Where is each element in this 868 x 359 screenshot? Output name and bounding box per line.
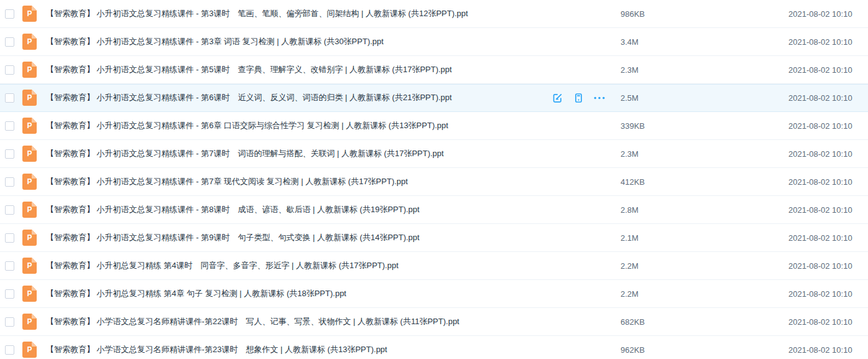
table-row[interactable]: P 【智索教育】 小升初语文总复习精练课件 - 第6章 口语交际与综合性学习 复…	[0, 112, 868, 140]
row-checkbox[interactable]	[5, 149, 14, 159]
row-checkbox[interactable]	[5, 233, 14, 243]
ppt-icon-fold	[32, 230, 37, 235]
file-name[interactable]: 【智索教育】 小升初语文总复习精练课件 - 第5课时 查字典、理解字义、改错别字…	[46, 64, 551, 75]
table-row[interactable]: P 【智索教育】 小升初语文总复习精练课件 - 第7章 现代文阅读 复习检测 |…	[0, 168, 868, 196]
edit-icon[interactable]	[551, 91, 563, 104]
file-name[interactable]: 【智索教育】 小升初语文总复习精练课件 - 第6章 口语交际与综合性学习 复习检…	[46, 120, 551, 131]
row-checkbox[interactable]	[5, 261, 14, 271]
table-row[interactable]: P 【智索教育】 小升初语文总复习精练课件 - 第5课时 查字典、理解字义、改错…	[0, 56, 868, 84]
file-name[interactable]: 【智索教育】 小升初语文总复习精练课件 - 第7课时 词语的理解与搭配、关联词 …	[46, 148, 551, 159]
ppt-icon-fold	[32, 286, 37, 291]
file-size: 986KB	[621, 9, 788, 19]
file-date: 2021-08-02 10:10	[788, 121, 851, 131]
table-row[interactable]: P 【智索教育】 小升初语文总复习精练课件 - 第3章 词语 复习检测 | 人教…	[0, 28, 868, 56]
ppt-icon-fold	[32, 34, 37, 39]
row-checkbox[interactable]	[5, 37, 14, 47]
row-checkbox[interactable]	[5, 289, 14, 299]
ppt-icon-fold	[32, 314, 37, 319]
table-row[interactable]: P 【智索教育】 小升初语文总复习精练课件 - 第3课时 笔画、笔顺、偏旁部首、…	[0, 0, 868, 28]
ppt-icon-letter: P	[27, 206, 32, 213]
file-size: 412KB	[621, 177, 788, 187]
ppt-icon-letter: P	[27, 122, 32, 129]
row-checkbox[interactable]	[5, 345, 14, 355]
file-date: 2021-08-02 10:10	[788, 93, 851, 103]
file-list: P 【智索教育】 小升初语文总复习精练课件 - 第3课时 笔画、笔顺、偏旁部首、…	[0, 0, 868, 359]
table-row[interactable]: P 【智索教育】 小升初总复习精练 第4章 句子 复习检测 | 人教新课标 (共…	[0, 280, 868, 308]
file-size: 962KB	[621, 345, 788, 355]
row-checkbox[interactable]	[5, 121, 14, 131]
mobile-icon[interactable]	[572, 91, 584, 104]
ppt-icon-letter: P	[27, 318, 32, 325]
file-name[interactable]: 【智索教育】 小升初语文总复习精练课件 - 第3课时 笔画、笔顺、偏旁部首、间架…	[46, 8, 551, 19]
ppt-file-icon: P	[22, 342, 37, 358]
file-date: 2021-08-02 10:10	[788, 317, 851, 327]
ppt-icon-letter: P	[27, 150, 32, 157]
file-date: 2021-08-02 10:10	[788, 9, 851, 19]
ppt-icon-fold	[32, 258, 37, 263]
file-name[interactable]: 【智索教育】 小升初语文总复习精练课件 - 第3章 词语 复习检测 | 人教新课…	[46, 36, 551, 47]
ppt-file-icon: P	[22, 90, 37, 106]
file-size: 2.2M	[621, 289, 788, 299]
ppt-icon-fold	[32, 342, 37, 347]
ppt-icon-fold	[32, 90, 37, 95]
ppt-file-icon: P	[22, 34, 37, 50]
ppt-file-icon: P	[22, 258, 37, 274]
row-actions	[551, 91, 606, 104]
table-row[interactable]: P 【智索教育】 小升初语文总复习精练课件 - 第8课时 成语、谚语、歇后语 |…	[0, 196, 868, 224]
table-row[interactable]: P 【智索教育】 小升初语文总复习精练课件 - 第6课时 近义词、反义词、词语的…	[0, 84, 868, 112]
ppt-icon-letter: P	[27, 94, 32, 101]
file-size: 2.8M	[621, 205, 788, 215]
file-size: 682KB	[621, 317, 788, 327]
ppt-icon-fold	[32, 62, 37, 67]
row-checkbox[interactable]	[5, 317, 14, 327]
ppt-file-icon: P	[22, 146, 37, 162]
file-name[interactable]: 【智索教育】 小升初语文总复习精练课件 - 第7章 现代文阅读 复习检测 | 人…	[46, 176, 551, 187]
ppt-icon-letter: P	[27, 234, 32, 241]
file-size: 2.1M	[621, 233, 788, 243]
file-size: 2.3M	[621, 65, 788, 75]
file-date: 2021-08-02 10:10	[788, 37, 851, 47]
ppt-icon-letter: P	[27, 178, 32, 185]
file-date: 2021-08-02 10:10	[788, 205, 851, 215]
ppt-file-icon: P	[22, 202, 37, 218]
table-row[interactable]: P 【智索教育】 小学语文总复习名师精讲课件-第23课时 想象作文 | 人教新课…	[0, 336, 868, 359]
file-name[interactable]: 【智索教育】 小升初语文总复习精练课件 - 第9课时 句子类型、句式变换 | 人…	[46, 232, 551, 243]
table-row[interactable]: P 【智索教育】 小升初语文总复习精练课件 - 第7课时 词语的理解与搭配、关联…	[0, 140, 868, 168]
table-row[interactable]: P 【智索教育】 小升初语文总复习精练课件 - 第9课时 句子类型、句式变换 |…	[0, 224, 868, 252]
ppt-file-icon: P	[22, 230, 37, 246]
ppt-icon-fold	[32, 202, 37, 207]
file-name[interactable]: 【智索教育】 小升初总复习精练 第4课时 同音字、多音字、形近字 | 人教新课标…	[46, 260, 551, 271]
more-icon[interactable]	[593, 91, 606, 104]
ppt-icon-fold	[32, 174, 37, 179]
ppt-file-icon: P	[22, 6, 37, 22]
ppt-icon-letter: P	[27, 346, 32, 353]
ppt-file-icon: P	[22, 118, 37, 134]
row-checkbox[interactable]	[5, 205, 14, 215]
row-checkbox[interactable]	[5, 65, 14, 75]
file-name[interactable]: 【智索教育】 小升初语文总复习精练课件 - 第8课时 成语、谚语、歇后语 | 人…	[46, 204, 551, 215]
ppt-icon-fold	[32, 118, 37, 123]
ppt-icon-letter: P	[27, 10, 32, 17]
file-date: 2021-08-02 10:10	[788, 289, 851, 299]
file-name[interactable]: 【智索教育】 小升初总复习精练 第4章 句子 复习检测 | 人教新课标 (共18…	[46, 288, 551, 299]
ppt-file-icon: P	[22, 286, 37, 302]
ppt-file-icon: P	[22, 174, 37, 190]
ppt-icon-fold	[32, 146, 37, 151]
file-size: 3.4M	[621, 37, 788, 47]
ppt-icon-letter: P	[27, 262, 32, 269]
row-checkbox[interactable]	[5, 177, 14, 187]
table-row[interactable]: P 【智索教育】 小升初总复习精练 第4课时 同音字、多音字、形近字 | 人教新…	[0, 252, 868, 280]
file-date: 2021-08-02 10:10	[788, 233, 851, 243]
row-checkbox[interactable]	[5, 93, 14, 103]
file-date: 2021-08-02 10:10	[788, 261, 851, 271]
file-name[interactable]: 【智索教育】 小学语文总复习名师精讲课件-第22课时 写人、记事、写景、状物作文…	[46, 316, 551, 327]
file-date: 2021-08-02 10:10	[788, 177, 851, 187]
table-row[interactable]: P 【智索教育】 小学语文总复习名师精讲课件-第22课时 写人、记事、写景、状物…	[0, 308, 868, 336]
ppt-file-icon: P	[22, 62, 37, 78]
ppt-icon-fold	[32, 6, 37, 11]
file-date: 2021-08-02 10:10	[788, 345, 851, 355]
ppt-icon-letter: P	[27, 66, 32, 73]
file-name[interactable]: 【智索教育】 小升初语文总复习精练课件 - 第6课时 近义词、反义词、词语的归类…	[46, 92, 551, 103]
file-name[interactable]: 【智索教育】 小学语文总复习名师精讲课件-第23课时 想象作文 | 人教新课标 …	[46, 344, 551, 355]
row-checkbox[interactable]	[5, 9, 14, 19]
